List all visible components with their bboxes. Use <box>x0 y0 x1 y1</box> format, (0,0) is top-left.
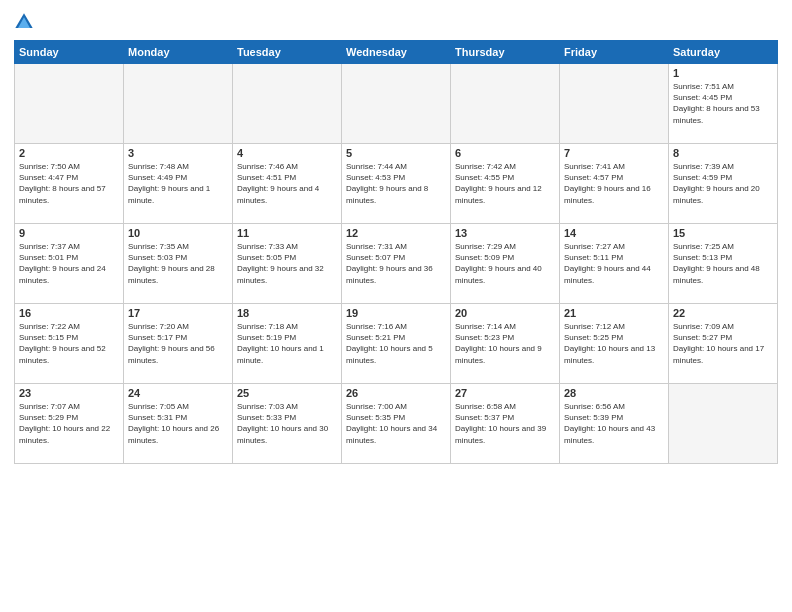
calendar-cell: 12Sunrise: 7:31 AMSunset: 5:07 PMDayligh… <box>342 224 451 304</box>
day-info: Sunrise: 7:48 AMSunset: 4:49 PMDaylight:… <box>128 162 210 205</box>
day-number: 9 <box>19 227 119 239</box>
calendar-cell: 1Sunrise: 7:51 AMSunset: 4:45 PMDaylight… <box>669 64 778 144</box>
day-number: 15 <box>673 227 773 239</box>
calendar-cell: 28Sunrise: 6:56 AMSunset: 5:39 PMDayligh… <box>560 384 669 464</box>
calendar-cell <box>124 64 233 144</box>
calendar-cell: 9Sunrise: 7:37 AMSunset: 5:01 PMDaylight… <box>15 224 124 304</box>
week-row-5: 23Sunrise: 7:07 AMSunset: 5:29 PMDayligh… <box>15 384 778 464</box>
day-info: Sunrise: 7:07 AMSunset: 5:29 PMDaylight:… <box>19 402 110 445</box>
day-info: Sunrise: 7:20 AMSunset: 5:17 PMDaylight:… <box>128 322 215 365</box>
calendar-cell: 25Sunrise: 7:03 AMSunset: 5:33 PMDayligh… <box>233 384 342 464</box>
calendar-cell: 2Sunrise: 7:50 AMSunset: 4:47 PMDaylight… <box>15 144 124 224</box>
calendar-cell: 7Sunrise: 7:41 AMSunset: 4:57 PMDaylight… <box>560 144 669 224</box>
day-info: Sunrise: 7:39 AMSunset: 4:59 PMDaylight:… <box>673 162 760 205</box>
calendar-cell: 13Sunrise: 7:29 AMSunset: 5:09 PMDayligh… <box>451 224 560 304</box>
day-info: Sunrise: 7:29 AMSunset: 5:09 PMDaylight:… <box>455 242 542 285</box>
calendar-cell <box>15 64 124 144</box>
calendar-cell: 21Sunrise: 7:12 AMSunset: 5:25 PMDayligh… <box>560 304 669 384</box>
header <box>14 12 778 32</box>
day-info: Sunrise: 7:09 AMSunset: 5:27 PMDaylight:… <box>673 322 764 365</box>
week-row-2: 2Sunrise: 7:50 AMSunset: 4:47 PMDaylight… <box>15 144 778 224</box>
day-info: Sunrise: 7:33 AMSunset: 5:05 PMDaylight:… <box>237 242 324 285</box>
calendar-cell <box>560 64 669 144</box>
day-number: 1 <box>673 67 773 79</box>
weekday-header-friday: Friday <box>560 41 669 64</box>
calendar-cell: 26Sunrise: 7:00 AMSunset: 5:35 PMDayligh… <box>342 384 451 464</box>
weekday-header-monday: Monday <box>124 41 233 64</box>
day-info: Sunrise: 7:03 AMSunset: 5:33 PMDaylight:… <box>237 402 328 445</box>
weekday-header-thursday: Thursday <box>451 41 560 64</box>
day-info: Sunrise: 6:58 AMSunset: 5:37 PMDaylight:… <box>455 402 546 445</box>
week-row-4: 16Sunrise: 7:22 AMSunset: 5:15 PMDayligh… <box>15 304 778 384</box>
calendar-cell <box>669 384 778 464</box>
calendar-cell: 11Sunrise: 7:33 AMSunset: 5:05 PMDayligh… <box>233 224 342 304</box>
calendar-cell: 3Sunrise: 7:48 AMSunset: 4:49 PMDaylight… <box>124 144 233 224</box>
calendar-cell: 24Sunrise: 7:05 AMSunset: 5:31 PMDayligh… <box>124 384 233 464</box>
day-number: 5 <box>346 147 446 159</box>
calendar-cell: 8Sunrise: 7:39 AMSunset: 4:59 PMDaylight… <box>669 144 778 224</box>
day-number: 3 <box>128 147 228 159</box>
calendar-cell: 4Sunrise: 7:46 AMSunset: 4:51 PMDaylight… <box>233 144 342 224</box>
week-row-1: 1Sunrise: 7:51 AMSunset: 4:45 PMDaylight… <box>15 64 778 144</box>
day-number: 7 <box>564 147 664 159</box>
day-info: Sunrise: 7:27 AMSunset: 5:11 PMDaylight:… <box>564 242 651 285</box>
calendar-cell: 18Sunrise: 7:18 AMSunset: 5:19 PMDayligh… <box>233 304 342 384</box>
day-number: 10 <box>128 227 228 239</box>
weekday-header-row: SundayMondayTuesdayWednesdayThursdayFrid… <box>15 41 778 64</box>
day-number: 21 <box>564 307 664 319</box>
calendar-cell: 14Sunrise: 7:27 AMSunset: 5:11 PMDayligh… <box>560 224 669 304</box>
week-row-3: 9Sunrise: 7:37 AMSunset: 5:01 PMDaylight… <box>15 224 778 304</box>
calendar-cell: 10Sunrise: 7:35 AMSunset: 5:03 PMDayligh… <box>124 224 233 304</box>
day-info: Sunrise: 7:41 AMSunset: 4:57 PMDaylight:… <box>564 162 651 205</box>
day-info: Sunrise: 7:42 AMSunset: 4:55 PMDaylight:… <box>455 162 542 205</box>
day-info: Sunrise: 7:05 AMSunset: 5:31 PMDaylight:… <box>128 402 219 445</box>
day-number: 14 <box>564 227 664 239</box>
day-number: 13 <box>455 227 555 239</box>
day-number: 8 <box>673 147 773 159</box>
day-number: 4 <box>237 147 337 159</box>
weekday-header-saturday: Saturday <box>669 41 778 64</box>
day-info: Sunrise: 7:18 AMSunset: 5:19 PMDaylight:… <box>237 322 324 365</box>
day-info: Sunrise: 7:00 AMSunset: 5:35 PMDaylight:… <box>346 402 437 445</box>
day-number: 6 <box>455 147 555 159</box>
day-number: 28 <box>564 387 664 399</box>
calendar-cell: 6Sunrise: 7:42 AMSunset: 4:55 PMDaylight… <box>451 144 560 224</box>
day-number: 12 <box>346 227 446 239</box>
calendar-cell <box>233 64 342 144</box>
day-number: 20 <box>455 307 555 319</box>
day-info: Sunrise: 7:31 AMSunset: 5:07 PMDaylight:… <box>346 242 433 285</box>
logo-icon <box>14 12 34 32</box>
day-number: 18 <box>237 307 337 319</box>
day-info: Sunrise: 6:56 AMSunset: 5:39 PMDaylight:… <box>564 402 655 445</box>
calendar-cell: 17Sunrise: 7:20 AMSunset: 5:17 PMDayligh… <box>124 304 233 384</box>
calendar-cell: 19Sunrise: 7:16 AMSunset: 5:21 PMDayligh… <box>342 304 451 384</box>
weekday-header-wednesday: Wednesday <box>342 41 451 64</box>
day-number: 19 <box>346 307 446 319</box>
calendar-cell: 23Sunrise: 7:07 AMSunset: 5:29 PMDayligh… <box>15 384 124 464</box>
calendar-cell <box>451 64 560 144</box>
day-number: 17 <box>128 307 228 319</box>
day-number: 25 <box>237 387 337 399</box>
day-info: Sunrise: 7:14 AMSunset: 5:23 PMDaylight:… <box>455 322 542 365</box>
day-info: Sunrise: 7:25 AMSunset: 5:13 PMDaylight:… <box>673 242 760 285</box>
day-info: Sunrise: 7:16 AMSunset: 5:21 PMDaylight:… <box>346 322 433 365</box>
logo <box>14 12 37 32</box>
page: SundayMondayTuesdayWednesdayThursdayFrid… <box>0 0 792 612</box>
day-info: Sunrise: 7:51 AMSunset: 4:45 PMDaylight:… <box>673 82 760 125</box>
day-info: Sunrise: 7:44 AMSunset: 4:53 PMDaylight:… <box>346 162 428 205</box>
day-number: 26 <box>346 387 446 399</box>
day-number: 2 <box>19 147 119 159</box>
day-number: 27 <box>455 387 555 399</box>
day-info: Sunrise: 7:46 AMSunset: 4:51 PMDaylight:… <box>237 162 319 205</box>
calendar: SundayMondayTuesdayWednesdayThursdayFrid… <box>14 40 778 464</box>
calendar-cell: 27Sunrise: 6:58 AMSunset: 5:37 PMDayligh… <box>451 384 560 464</box>
calendar-cell: 22Sunrise: 7:09 AMSunset: 5:27 PMDayligh… <box>669 304 778 384</box>
day-number: 16 <box>19 307 119 319</box>
day-info: Sunrise: 7:50 AMSunset: 4:47 PMDaylight:… <box>19 162 106 205</box>
calendar-cell: 16Sunrise: 7:22 AMSunset: 5:15 PMDayligh… <box>15 304 124 384</box>
calendar-cell: 20Sunrise: 7:14 AMSunset: 5:23 PMDayligh… <box>451 304 560 384</box>
day-number: 24 <box>128 387 228 399</box>
day-info: Sunrise: 7:12 AMSunset: 5:25 PMDaylight:… <box>564 322 655 365</box>
calendar-cell <box>342 64 451 144</box>
day-info: Sunrise: 7:37 AMSunset: 5:01 PMDaylight:… <box>19 242 106 285</box>
